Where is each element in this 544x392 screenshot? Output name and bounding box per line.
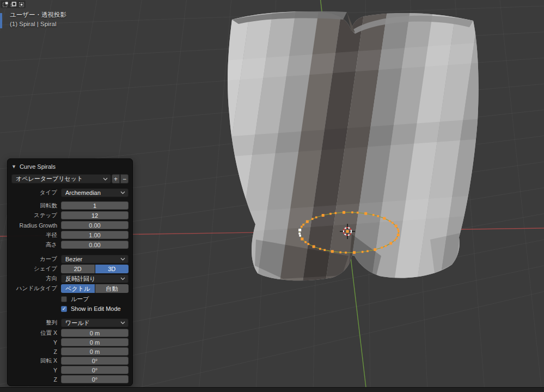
shape-2d-button[interactable]: 2D [61,265,95,273]
handle-type-segmented: ベクトル 自動 [61,284,129,293]
blender-window: ユーザー・透視投影 (1) Spiral | Spiral ▼ Curve Sp… [0,0,544,392]
location-x-label: 位置 X [11,329,61,337]
active-tool-accent [0,13,2,28]
rotation-y-label: Y [11,367,61,373]
rotation-z-label: Z [11,376,61,383]
location-x-field[interactable]: 0 m [61,329,129,337]
show-in-edit-mode-label: Show in Edit Mode [71,305,121,312]
handle-type-label: ハンドルタイプ [11,285,61,292]
location-z-field[interactable]: 0 m [61,347,129,356]
edge-select-icon[interactable] [9,1,17,8]
vertex-select-icon[interactable] [1,1,9,8]
steps-field[interactable]: 12 [61,211,129,219]
height-label: 高さ [11,241,61,249]
turns-label: 回転数 [11,202,61,210]
show-in-edit-mode-checkbox[interactable] [61,306,67,312]
viewport-text-overlay: ユーザー・透視投影 (1) Spiral | Spiral [10,10,66,29]
height-field[interactable]: 0.00 [61,241,129,249]
preset-add-button[interactable]: + [112,174,120,183]
loop-checkbox[interactable] [61,296,67,302]
location-z-label: Z [11,348,61,355]
curve-spirals-panel: ▼ Curve Spirals オペレータープリセット + − タイプ Arch… [7,158,133,386]
radius-field[interactable]: 1.00 [61,231,129,239]
align-label: 整列 [11,319,61,327]
preset-remove-button[interactable]: − [120,174,129,183]
type-dropdown[interactable]: Archemedian [61,188,129,197]
turns-field[interactable]: 1 [61,201,129,210]
handle-vector-button[interactable]: ベクトル [61,284,95,293]
location-y-field[interactable]: 0 m [61,338,129,346]
rotation-y-field[interactable]: 0° [61,366,129,374]
chevron-down-icon [120,258,125,261]
steps-label: ステップ [11,212,61,219]
handle-auto-button[interactable]: 自動 [95,284,129,293]
type-label: タイプ [11,189,61,197]
chevron-down-icon [120,277,125,280]
radius-label: 半径 [11,231,61,239]
radius-growth-label: Radius Growth [11,222,61,229]
object-label: (1) Spiral | Spiral [10,20,66,29]
panel-header[interactable]: ▼ Curve Spirals [11,162,129,171]
rotation-x-label: 回転 X [11,357,61,365]
rotation-x-field[interactable]: 0° [61,357,129,365]
align-dropdown[interactable]: ワールド [61,318,129,327]
select-mode-bar [1,1,26,8]
location-y-label: Y [11,339,61,346]
rotation-z-field[interactable]: 0° [61,375,129,383]
radius-growth-field[interactable]: 0.00 [61,221,129,229]
panel-title: Curve Spirals [20,163,56,170]
chevron-down-icon [120,191,125,194]
direction-label: 方向 [11,275,61,283]
shape-3d-button[interactable]: 3D [95,265,129,273]
status-bar [0,387,544,392]
curve-dropdown[interactable]: Bezier [61,255,129,264]
view-label: ユーザー・透視投影 [10,10,66,20]
shape-label: シェイプ [11,265,61,273]
curve-label: カーブ [11,255,61,263]
direction-dropdown[interactable]: 反時計回り [61,274,129,283]
face-select-icon[interactable] [17,1,25,8]
chevron-down-icon [103,177,108,181]
collapse-caret-icon: ▼ [11,164,16,169]
chevron-down-icon [120,321,125,324]
loop-checkbox-label: ループ [71,295,89,303]
shape-segmented: 2D 3D [61,265,129,273]
operator-preset-dropdown[interactable]: オペレータープリセット [11,174,111,183]
